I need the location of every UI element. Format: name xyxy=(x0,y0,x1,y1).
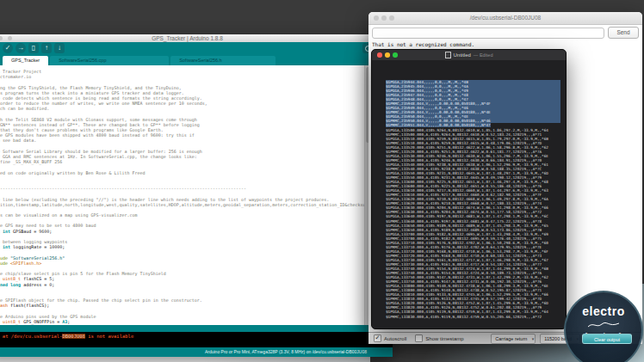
gps-log-line: $GPRMC,133500.000,A,4105.9264,N,08132.46… xyxy=(386,132,560,137)
document-icon xyxy=(445,52,451,58)
editor-titlebar[interactable]: Untitled — Edited xyxy=(372,50,566,60)
serial-window-title: /dev/cu.usbserial-DB00JU08 xyxy=(368,12,642,24)
code-line: const uint8_t GPS_ONOFFPin = A3; xyxy=(0,319,393,324)
arduino-ide-window: GPS_Tracker | Arduino 1.8.8 ✓→▯↑↓ GPS_Tr… xyxy=(0,34,393,357)
console-divider[interactable] xyxy=(0,325,393,332)
gps-log-line: $GPRMC,133640.000,A,4105.9197,N,08132.46… xyxy=(386,219,560,224)
code-area: GPS Tracker Project electromaker.io Usin… xyxy=(0,65,393,324)
gps-log-line: $GPGGA,133520.000,4105.9251,N,08132.4622… xyxy=(386,145,560,150)
gps-log-line: $GPRMC,133700.000,A,4105.9182,N,08132.46… xyxy=(386,236,560,241)
error-port: DB00JU08 xyxy=(62,334,85,339)
tab-SoftwareSerial256.h[interactable]: SoftwareSerial256.h xyxy=(170,56,276,65)
line-ending-dropdown[interactable]: Carriage return xyxy=(491,334,536,344)
gps-log-line: $GPGGA,133500.000,4105.9264,N,08132.4610… xyxy=(386,128,560,132)
timestamp-label: Show timestamp xyxy=(425,336,463,341)
arduino-toolbar-icons: ✓→▯↑↓ xyxy=(3,43,65,53)
close-icon[interactable] xyxy=(377,52,382,58)
gps-log-line: $GPGGA,133830.000,4105.9119,N,08132.4759… xyxy=(386,310,560,314)
autoscroll-label: Autoscroll xyxy=(384,336,406,341)
gps-log-line: $GPRMC,133510.000,A,4105.9259,N,08132.46… xyxy=(386,141,560,145)
gps-log-line: $GPGGA,133700.000,4105.9182,N,08132.4695… xyxy=(386,232,560,236)
gps-log-line: $GPGGA,133640.000,4105.9197,N,08132.4681… xyxy=(386,214,560,218)
arduino-toolbar: ✓→▯↑↓ xyxy=(0,42,393,54)
serial-send-row: Send xyxy=(368,25,642,40)
new-sketch-button[interactable]: ▯ xyxy=(28,43,39,53)
arduino-titlebar[interactable]: GPS_Tracker | Arduino 1.8.8 xyxy=(0,34,393,42)
verify-button[interactable]: ✓ xyxy=(3,43,13,53)
console-output: Board at /dev/cu.usbserial-DB00JU08 is n… xyxy=(0,332,393,347)
serial-output-line: That is not a recognized command. xyxy=(372,41,639,48)
serial-input[interactable] xyxy=(372,28,604,39)
electromaker-logo: electro {maker} xyxy=(564,291,643,362)
arduino-tabbar: GPS_TrackerSoftwareSerial256.cppSoftware… xyxy=(0,54,393,65)
send-button[interactable]: Send xyxy=(608,27,639,39)
tab-GPS_Tracker[interactable]: GPS_Tracker xyxy=(3,56,48,65)
gps-log-line: $GPRMC,133650.000,A,4105.9189,N,08132.46… xyxy=(386,228,560,232)
edited-badge: — Edited xyxy=(474,52,493,58)
arduino-statusbar: Arduino Pro or Pro Mini, ATmega328P (3.3… xyxy=(0,347,393,357)
gps-log-line: $GPGGA,133510.000,4105.9259,N,08132.4615… xyxy=(386,137,560,141)
editor-window-title: Untitled xyxy=(454,52,471,58)
logo-swirl-icon xyxy=(586,316,621,332)
zoom-icon[interactable] xyxy=(393,52,398,58)
autoscroll-checkbox[interactable] xyxy=(374,334,381,342)
open-sketch-button[interactable]: ↑ xyxy=(41,43,52,53)
code-editor[interactable]: GPS Tracker Project electromaker.io Usin… xyxy=(0,65,393,325)
timestamp-checkbox[interactable] xyxy=(415,334,423,342)
serial-titlebar[interactable]: /dev/cu.usbserial-DB00JU08 xyxy=(368,12,642,25)
tab-SoftwareSerial256.cpp[interactable]: SoftwareSerial256.cpp xyxy=(50,56,169,65)
code-line: //position,timestamp,latitude,north,long… xyxy=(0,202,393,207)
gps-log-line: $GPRMC,133830.000,A,4105.9119,N,08132.47… xyxy=(386,315,560,319)
text-editor-window: Untitled — Edited $GPGGA,235944.044,,,,,… xyxy=(371,49,567,329)
desktop-wallpaper-wedge xyxy=(0,356,370,362)
gps-log-line: $GPGGA,133650.000,4105.9189,N,08132.4689… xyxy=(386,224,560,228)
console-error-message: Board at /dev/cu.usbserial-DB00JU08 is n… xyxy=(0,332,393,341)
error-prefix: Board at /dev/cu.usbserial- xyxy=(0,334,62,339)
save-sketch-button[interactable]: ↓ xyxy=(54,43,65,53)
logo-text-electro: electro xyxy=(582,305,624,317)
clear-output-button[interactable]: Clear output xyxy=(582,334,632,344)
minimize-icon[interactable] xyxy=(385,52,390,58)
error-suffix: is not available xyxy=(85,334,133,339)
gps-log[interactable]: $GPGGA,235944.044,,,,,0,0,,,M,,M,,*4B$GP… xyxy=(372,60,566,319)
window-title: GPS_Tracker | Arduino 1.8.8 xyxy=(0,34,393,42)
board-info: Arduino Pro or Pro Mini, ATmega328P (3.3… xyxy=(205,347,367,357)
upload-button[interactable]: → xyxy=(15,43,26,53)
